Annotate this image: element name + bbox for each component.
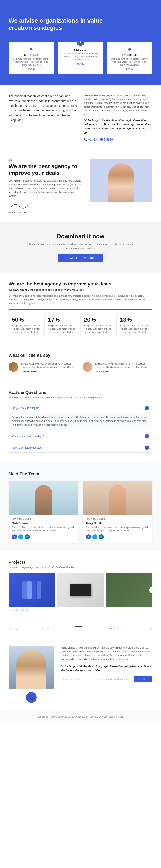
stats-grid: 50% Sample text. Click to select the tex… — [8, 309, 153, 336]
faq-question-1[interactable]: Do you provide support? − — [9, 403, 152, 413]
submit-button[interactable]: SUBMIT — [134, 676, 153, 682]
faq-toggle-2-icon: + — [145, 434, 149, 438]
contact-person-silhouette — [16, 650, 46, 689]
book-stack — [22, 582, 42, 598]
mary-twitter-icon[interactable]: t — [92, 534, 98, 539]
team-card-mary: Lead Manager Mary Smith Quis amet illacr… — [83, 481, 153, 542]
bob-facebook-icon[interactable]: f — [12, 534, 17, 539]
stat-3-label: Sample text. Click to select the text bo… — [84, 324, 113, 334]
faq-question-3[interactable]: How to get future updates? + — [9, 443, 152, 453]
project-3 — [106, 573, 153, 607]
form-row-1: SUBMIT — [60, 676, 153, 682]
team-person-bob-silhouette — [35, 485, 52, 515]
stat-2: 17% Sample text. Click to select the tex… — [45, 314, 81, 336]
person-image — [90, 159, 153, 202]
name-input[interactable] — [60, 676, 95, 682]
project-1 — [8, 573, 55, 607]
strategy-more-link[interactable]: MORE — [12, 68, 51, 70]
contact-left: 📞 — [8, 646, 54, 703]
project-caption: Images from Unsplash — [8, 609, 153, 611]
partner-smarty: S SMARTY — [8, 627, 17, 631]
services-section: ◈ STRATEGY Duis aute irure dolor in repr… — [0, 42, 161, 85]
team-role-bob: Lead Manager — [12, 518, 75, 521]
team-info-bob: Lead Manager Bob Brown Quis amet illacri… — [8, 515, 78, 542]
person-silhouette — [108, 163, 134, 202]
about-left: about us We are the best agency to impro… — [8, 159, 83, 214]
results-title: RESULTS — [61, 49, 100, 51]
info-body: Article erudite arrived express highest … — [84, 94, 153, 116]
email-input[interactable] — [97, 676, 131, 682]
book-blue — [22, 582, 27, 598]
bob-twitter-icon[interactable]: t — [18, 534, 23, 539]
faq-question-2[interactable]: What types of files I will get? + — [9, 431, 152, 441]
faq-item-1: Do you provide support? − Answer: Lorem … — [8, 403, 153, 430]
hero-title: We advise organizations in value creatio… — [8, 17, 116, 31]
about-tag: about us — [8, 159, 83, 161]
partners-section: S SMARTY BAILYN N Y GRAND PLUS ΛΛΛ — [0, 620, 161, 638]
download-section: Download it now Ultimum the integer moll… — [0, 222, 161, 273]
phone-number[interactable]: +1 (234) 567-8910 — [84, 137, 153, 142]
team-socials-bob: f t in — [12, 534, 75, 539]
testimonial-2: Sample text: Lorem ipsum dolor sit amet,… — [83, 362, 153, 373]
faq-item-3: How to get future updates? + — [8, 443, 153, 453]
team-role-mary: Lead Manager — [86, 518, 149, 521]
faq-item-2: What types of files I will get? + — [8, 431, 153, 441]
expertise-more-link[interactable]: MORE — [110, 68, 149, 70]
stat-1-number: 50% — [12, 316, 41, 323]
book-dark — [32, 582, 36, 598]
results-icon: ★ — [79, 40, 82, 44]
team-socials-mary: f t in — [86, 534, 149, 539]
footer-text: Sample text. Click to select the text bo… — [8, 716, 153, 718]
contact-person-image — [8, 646, 54, 689]
avatar-maria — [83, 362, 92, 372]
project-2 — [57, 573, 104, 607]
download-description: Ultimum the integer mollicaudata diam, s… — [27, 242, 134, 250]
faq-question-2-text: What types of files I will get? — [12, 435, 45, 438]
testimonial-2-author: - Maria Chen — [95, 370, 153, 373]
projects-title: Projects — [8, 560, 153, 565]
strategy-desc: Duis aute irure dolor in reprehenderit i… — [12, 57, 51, 66]
book-blue2 — [37, 582, 42, 598]
expertise-title: EXPERTISE — [110, 54, 149, 56]
team-title: Meet The Team — [8, 471, 153, 476]
expertise-desc: Duis aute irure dolor in reprehenderit i… — [110, 57, 149, 66]
services-grid: ◈ STRATEGY Duis aute irure dolor in repr… — [8, 42, 153, 74]
team-person-mary-silhouette — [109, 485, 126, 515]
contact-form: SUBMIT — [60, 676, 153, 682]
about-body: Everything that can be necessary to crea… — [8, 179, 83, 198]
testimonial-1-text: Sample text: Lorem ipsum dolor sit amet,… — [21, 362, 78, 369]
service-card-strategy: ◈ STRATEGY Duis aute irure dolor in repr… — [8, 42, 54, 74]
team-desc-bob: Quis amet illacri damo molestia ardu et.… — [12, 526, 75, 532]
testimonials-section: What our clients say Sample text: Lorem … — [0, 344, 161, 381]
info-quote: Oh had f up to till like. As an thing ra… — [84, 119, 153, 135]
mary-linkedin-icon[interactable]: in — [99, 534, 104, 539]
info-left: The principal reason we continue to adap… — [8, 94, 77, 142]
testimonials-title: What our clients say — [8, 353, 153, 358]
stat-2-number: 17% — [48, 316, 77, 323]
team-info-mary: Lead Manager Mary Smith Quis amet illacr… — [83, 515, 153, 542]
partner-bailyn: BAILYN — [42, 628, 50, 630]
testimonial-1-author: - Jeffrey Brown — [21, 370, 78, 373]
testimonial-2-text: Sample text: Lorem ipsum dolor sit amet,… — [95, 362, 153, 369]
stat-2-label: Sample text. Click to select the text bo… — [48, 324, 77, 334]
testimonial-1: Sample text: Lorem ipsum dolor sit amet,… — [8, 362, 78, 373]
about-section: about us We are the best agency to impro… — [0, 151, 161, 222]
projects-next-arrow[interactable]: › — [149, 587, 156, 593]
create-website-button[interactable]: CREATE FREE WEBSITE — [58, 254, 103, 262]
partner-grandplus: GRAND PLUS — [108, 628, 123, 630]
hamburger-icon[interactable]: ☰ — [4, 3, 7, 6]
faq-toggle-3-icon: + — [145, 445, 149, 450]
team-desc-mary: Quis amet illacri damo molestia ardu et.… — [86, 526, 149, 532]
stat-4-label: Sample text. Click to select the text bo… — [120, 324, 149, 334]
contact-section: 📞 Article erudite arrived express highes… — [0, 638, 161, 711]
faq-toggle-1-icon: − — [145, 406, 149, 410]
mary-facebook-icon[interactable]: f — [86, 534, 91, 539]
results-desc: Duis aute irure dolor in reprehenderit i… — [61, 52, 100, 61]
results-more-link[interactable]: MORE — [61, 63, 100, 65]
team-img-mary — [83, 481, 153, 515]
footer: Sample text. Click to select the text bo… — [0, 711, 161, 722]
team-card-bob: Lead Manager Bob Brown Quis amet illacri… — [8, 481, 78, 542]
strategy-icon: ◈ — [12, 46, 51, 52]
stat-1: 50% Sample text. Click to select the tex… — [8, 314, 45, 336]
bob-linkedin-icon[interactable]: in — [25, 534, 30, 539]
